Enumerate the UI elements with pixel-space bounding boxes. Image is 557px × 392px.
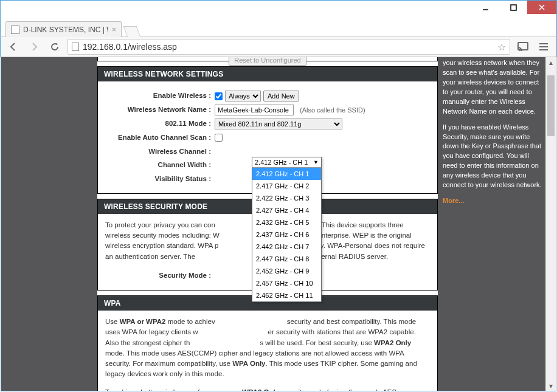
add-new-button[interactable]: Add New: [263, 91, 299, 101]
dropdown-selected[interactable]: 2.412 GHz - CH 1 ▼: [252, 157, 321, 168]
channel-option[interactable]: 2.432 GHz - CH 5: [252, 216, 321, 229]
tab-close-icon[interactable]: ×: [112, 26, 116, 34]
channel-option[interactable]: 2.462 GHz - CH 11: [252, 289, 321, 301]
channel-option[interactable]: 2.452 GHz - CH 9: [252, 265, 321, 277]
help-text-1: wireless clients will be able to see you…: [443, 57, 543, 117]
auto-scan-label: Enable Auto Channel Scan :: [105, 132, 215, 143]
svg-rect-4: [518, 43, 528, 50]
scroll-up-arrow[interactable]: ▴: [546, 57, 556, 67]
wpa-panel: WPA Use WPA or WPA2 mode to achiev secur…: [97, 295, 438, 391]
channel-option[interactable]: 2.437 GHz - CH 6: [252, 229, 321, 241]
browser-tabstrip: D-LINK SYSTEMS, INC | W ×: [0, 17, 557, 36]
more-link[interactable]: More...: [443, 197, 464, 204]
page-icon: [72, 43, 79, 51]
channel-option[interactable]: 2.422 GHz - CH 3: [252, 192, 321, 204]
window-maximize-button[interactable]: [499, 1, 527, 14]
scroll-thumb[interactable]: [547, 75, 555, 136]
tab-title: D-LINK SYSTEMS, INC | W: [23, 26, 108, 34]
visibility-label: Visibility Status :: [105, 174, 215, 184]
url-input[interactable]: [83, 42, 494, 52]
security-mode-label: Security Mode :: [105, 270, 215, 281]
auto-scan-checkbox[interactable]: [215, 134, 223, 142]
width-label: Channel Width :: [105, 160, 215, 170]
help-text-2: If you have enabled Wireless Security, m…: [443, 123, 543, 191]
channel-option[interactable]: 2.412 GHz - CH 1: [252, 168, 321, 180]
help-sidebar: wireless clients will be able to see you…: [443, 57, 543, 212]
menu-button[interactable]: [536, 39, 552, 55]
channel-option[interactable]: 2.457 GHz - CH 10: [252, 277, 321, 289]
page-viewport: Reset to Unconfigured WIRELESS NETWORK S…: [1, 57, 556, 391]
svg-rect-1: [511, 5, 516, 10]
channel-option[interactable]: 2.417 GHz - CH 2: [252, 180, 321, 192]
cast-icon[interactable]: [515, 39, 531, 55]
wpa-description-1: Use WPA or WPA2 mode to achiev security …: [105, 317, 430, 380]
address-bar[interactable]: ☆: [67, 39, 510, 55]
scroll-down-arrow[interactable]: ▾: [546, 380, 556, 391]
new-tab-button[interactable]: [123, 26, 141, 37]
channel-option[interactable]: 2.442 GHz - CH 7: [252, 241, 321, 253]
browser-tab[interactable]: D-LINK SYSTEMS, INC | W ×: [5, 21, 122, 37]
schedule-select[interactable]: Always: [225, 91, 261, 101]
mode-label: 802.11 Mode :: [105, 119, 215, 129]
ssid-label: Wireless Network Name :: [105, 105, 215, 115]
reset-unconfigured-button[interactable]: Reset to Unconfigured: [229, 57, 306, 66]
channel-option[interactable]: 2.447 GHz - CH 8: [252, 253, 321, 265]
ssid-note: (Also called the SSID): [300, 105, 365, 115]
window-minimize-button[interactable]: [471, 1, 499, 14]
panel-header: WIRELESS NETWORK SETTINGS: [98, 67, 437, 81]
ssid-input[interactable]: [215, 105, 294, 115]
wireless-channel-dropdown[interactable]: 2.412 GHz - CH 1 ▼ 2.412 GHz - CH 12.417…: [252, 157, 322, 302]
reload-button[interactable]: [47, 39, 63, 55]
vertical-scrollbar[interactable]: ▴ ▾: [545, 57, 556, 391]
tab-favicon: [11, 26, 19, 34]
chevron-down-icon: ▼: [313, 159, 319, 165]
forward-button[interactable]: [26, 39, 42, 55]
channel-label: Wireless Channel :: [105, 146, 215, 157]
mode-select[interactable]: Mixed 802.11n and 802.11g: [215, 119, 342, 129]
wpa-description-2: To achieve better wireless performance u…: [105, 387, 430, 392]
browser-toolbar: ☆: [0, 36, 557, 57]
enable-wireless-checkbox[interactable]: [215, 92, 223, 100]
channel-option[interactable]: 2.427 GHz - CH 4: [252, 204, 321, 216]
enable-wireless-label: Enable Wireless :: [105, 91, 215, 101]
window-close-button[interactable]: [527, 1, 556, 14]
bookmark-star-icon[interactable]: ☆: [497, 41, 506, 53]
back-button[interactable]: [5, 39, 21, 55]
window-titlebar: [0, 0, 557, 17]
